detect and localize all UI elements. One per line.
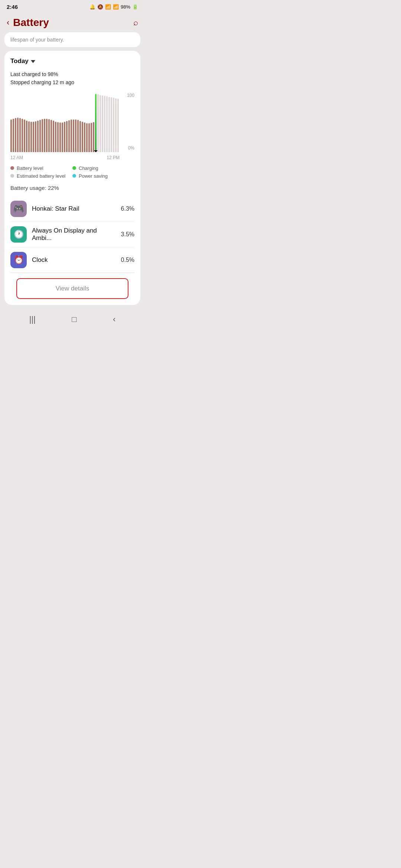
chart-bar bbox=[53, 121, 54, 152]
chart-bar bbox=[59, 122, 61, 152]
chart-bar bbox=[33, 122, 34, 152]
back-nav-button[interactable]: ‹ bbox=[113, 315, 115, 324]
legend-dot-power-saving bbox=[72, 174, 76, 178]
chart-bar bbox=[48, 119, 50, 152]
back-button[interactable]: ‹ bbox=[7, 18, 9, 27]
legend-dot-estimated bbox=[10, 174, 14, 178]
legend-label-estimated: Estimated battery level bbox=[17, 173, 66, 179]
chart-bar bbox=[93, 122, 94, 152]
divider bbox=[10, 273, 134, 273]
chart-bar bbox=[26, 121, 27, 152]
legend-dot-charging bbox=[72, 166, 76, 170]
battery-percent-text: 98% bbox=[121, 4, 130, 10]
stopped-charging-text: Stopped charging 12 m ago bbox=[10, 78, 134, 86]
legend-label-power-saving: Power saving bbox=[79, 173, 108, 179]
page-header: ‹ Battery ⌕ bbox=[0, 12, 145, 32]
chart-bar bbox=[46, 119, 48, 152]
chart-bar bbox=[57, 122, 59, 152]
chart-x-labels: 12 AM 12 PM bbox=[10, 155, 134, 160]
chart-bar: ⚡98 bbox=[95, 93, 97, 152]
chart-bar bbox=[100, 95, 101, 152]
status-icons: 🔔 🔕 📶 📶 98% 🔋 bbox=[89, 4, 138, 10]
chart-y-labels: 100 0% bbox=[121, 93, 134, 152]
chart-bar bbox=[71, 119, 72, 152]
charge-info: Last charged to 98% Stopped charging 12 … bbox=[10, 70, 134, 87]
view-details-label: View details bbox=[56, 285, 89, 292]
battery-usage-label: Battery usage: 22% bbox=[10, 185, 134, 191]
chart-bar bbox=[22, 119, 23, 152]
app-item-aod[interactable]: 🕐 Always On Display and Ambi... 3.5% bbox=[10, 221, 134, 247]
app-icon-clock: ⏰ bbox=[10, 252, 27, 268]
legend-power-saving: Power saving bbox=[72, 173, 134, 179]
legend-label-battery: Battery level bbox=[17, 165, 43, 171]
chart-bars-area: ⚡98 bbox=[10, 93, 120, 152]
chart-bar bbox=[102, 95, 103, 152]
view-details-button[interactable]: View details bbox=[16, 278, 128, 299]
app-name-clock: Clock bbox=[32, 256, 116, 264]
chart-bar bbox=[62, 122, 63, 152]
chart-bar bbox=[55, 122, 56, 152]
today-selector[interactable]: Today bbox=[10, 57, 134, 65]
chart-bar bbox=[39, 120, 41, 152]
chart-bar bbox=[113, 98, 114, 152]
battery-chart: ⚡98 100 0% bbox=[10, 93, 134, 152]
battery-icon: 🔋 bbox=[132, 4, 138, 10]
x-label-12pm: 12 PM bbox=[107, 155, 120, 160]
chart-bar bbox=[66, 121, 68, 152]
recent-apps-button[interactable]: ||| bbox=[29, 315, 36, 324]
chart-bar bbox=[115, 98, 117, 152]
app-name-honkai: Honkai: Star Rail bbox=[32, 205, 116, 213]
chevron-down-icon bbox=[31, 60, 35, 63]
chart-bar bbox=[30, 122, 32, 152]
app-icon-aod: 🕐 bbox=[10, 226, 27, 243]
partial-card-text: lifespan of your battery. bbox=[10, 37, 64, 43]
legend-charging: Charging bbox=[72, 165, 134, 171]
app-percent-clock: 0.5% bbox=[121, 257, 134, 263]
chart-bar bbox=[88, 123, 90, 152]
chart-bar bbox=[10, 119, 12, 152]
app-item-honkai[interactable]: 🎮 Honkai: Star Rail 6.3% bbox=[10, 196, 134, 221]
app-list: 🎮 Honkai: Star Rail 6.3% 🕐 Always On Dis… bbox=[10, 196, 134, 273]
main-card: Today Last charged to 98% Stopped chargi… bbox=[4, 51, 140, 305]
app-icon-honkai: 🎮 bbox=[10, 201, 27, 217]
signal-icon: 📶 bbox=[113, 4, 119, 10]
y-max: 100 bbox=[121, 93, 134, 98]
chart-bar bbox=[68, 120, 70, 152]
chart-bar bbox=[111, 97, 112, 152]
chart-bar bbox=[50, 120, 52, 152]
chart-bar bbox=[73, 119, 74, 152]
app-item-clock[interactable]: ⏰ Clock 0.5% bbox=[10, 247, 134, 273]
legend-label-charging: Charging bbox=[79, 165, 98, 171]
chart-bar bbox=[17, 118, 19, 152]
chart-bar bbox=[108, 97, 110, 152]
chart-bar bbox=[97, 94, 99, 152]
chart-bar bbox=[37, 121, 39, 152]
chart-bar bbox=[24, 119, 25, 152]
chart-bar bbox=[44, 119, 45, 152]
chart-bar bbox=[64, 122, 65, 152]
header-left: ‹ Battery bbox=[7, 17, 49, 29]
legend-dot-battery bbox=[10, 166, 14, 170]
chart-bar bbox=[19, 118, 21, 152]
home-button[interactable]: □ bbox=[72, 315, 76, 324]
alarm-icon: 🔔 bbox=[89, 4, 95, 10]
chart-bar bbox=[91, 123, 92, 152]
chart-legend: Battery level Charging Estimated battery… bbox=[10, 165, 134, 179]
app-name-aod: Always On Display and Ambi... bbox=[32, 227, 116, 242]
chart-bar bbox=[15, 118, 16, 152]
chart-bar bbox=[77, 120, 79, 152]
chart-bar bbox=[106, 96, 108, 152]
chart-bar bbox=[28, 121, 30, 152]
status-time: 2:46 bbox=[7, 4, 18, 10]
legend-battery-level: Battery level bbox=[10, 165, 72, 171]
legend-estimated: Estimated battery level bbox=[10, 173, 72, 179]
last-charged-text: Last charged to 98% bbox=[10, 70, 134, 78]
y-min: 0% bbox=[121, 145, 134, 151]
search-button[interactable]: ⌕ bbox=[133, 18, 138, 27]
chart-bar bbox=[75, 119, 76, 152]
chart-bar bbox=[104, 96, 105, 152]
chart-bar bbox=[82, 122, 83, 152]
chart-bar bbox=[42, 119, 43, 152]
chart-bar bbox=[35, 121, 36, 152]
chart-bar bbox=[79, 121, 81, 152]
